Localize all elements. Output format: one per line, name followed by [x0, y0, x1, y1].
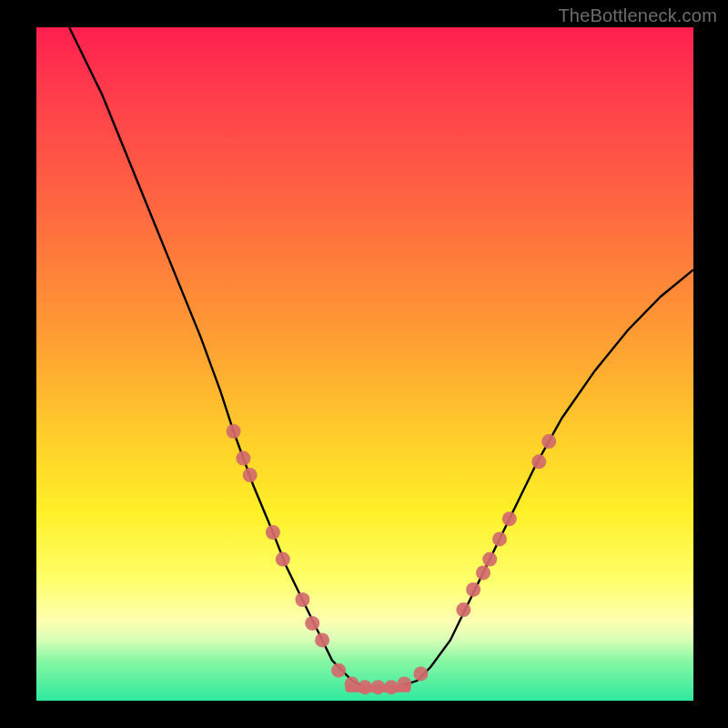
- curve-marker: [466, 582, 480, 597]
- curve-marker: [315, 632, 329, 647]
- curve-markers: [227, 424, 557, 694]
- chart-frame: TheBottleneck.com: [0, 0, 728, 728]
- curve-marker: [266, 525, 280, 540]
- curve-marker: [476, 565, 490, 580]
- bottleneck-curve: [69, 27, 693, 687]
- curve-marker: [331, 663, 346, 678]
- curve-marker: [276, 552, 290, 567]
- curve-marker: [384, 680, 399, 694]
- curve-marker: [305, 616, 319, 631]
- curve-marker: [227, 424, 241, 439]
- curve-marker: [541, 434, 556, 449]
- curve-path: [69, 27, 693, 687]
- curve-marker: [295, 592, 309, 607]
- curve-marker: [413, 666, 428, 681]
- curve-marker: [370, 680, 385, 694]
- watermark-text: TheBottleneck.com: [558, 5, 717, 26]
- curve-marker: [345, 677, 359, 692]
- plot-area: [36, 27, 693, 701]
- curve-marker: [236, 451, 250, 466]
- curve-marker: [243, 468, 258, 482]
- curve-marker: [492, 531, 507, 546]
- curve-marker: [456, 602, 470, 617]
- curve-marker: [502, 511, 517, 526]
- curve-marker: [397, 677, 411, 692]
- curve-marker: [358, 680, 372, 694]
- curve-marker: [482, 552, 497, 567]
- curve-layer: [36, 27, 693, 701]
- curve-marker: [531, 454, 546, 469]
